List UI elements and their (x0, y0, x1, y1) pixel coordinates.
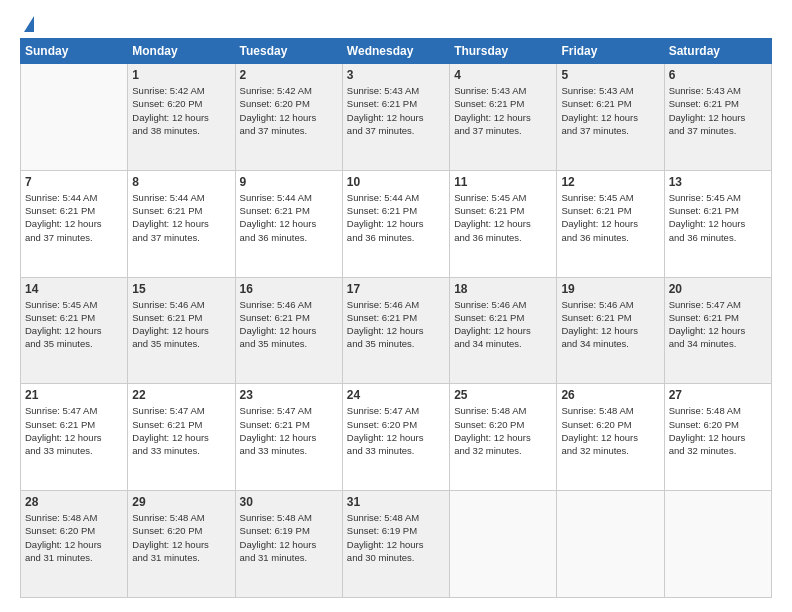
day-info: Sunrise: 5:46 AM Sunset: 6:21 PM Dayligh… (240, 298, 338, 351)
day-info: Sunrise: 5:46 AM Sunset: 6:21 PM Dayligh… (347, 298, 445, 351)
day-cell: 14Sunrise: 5:45 AM Sunset: 6:21 PM Dayli… (21, 277, 128, 384)
day-number: 15 (132, 282, 230, 296)
day-number: 7 (25, 175, 123, 189)
day-number: 2 (240, 68, 338, 82)
day-info: Sunrise: 5:45 AM Sunset: 6:21 PM Dayligh… (454, 191, 552, 244)
day-cell (450, 491, 557, 598)
day-cell: 13Sunrise: 5:45 AM Sunset: 6:21 PM Dayli… (664, 170, 771, 277)
day-cell: 26Sunrise: 5:48 AM Sunset: 6:20 PM Dayli… (557, 384, 664, 491)
calendar: SundayMondayTuesdayWednesdayThursdayFrid… (20, 38, 772, 598)
day-cell: 10Sunrise: 5:44 AM Sunset: 6:21 PM Dayli… (342, 170, 449, 277)
day-info: Sunrise: 5:47 AM Sunset: 6:21 PM Dayligh… (132, 404, 230, 457)
day-cell: 21Sunrise: 5:47 AM Sunset: 6:21 PM Dayli… (21, 384, 128, 491)
day-cell: 25Sunrise: 5:48 AM Sunset: 6:20 PM Dayli… (450, 384, 557, 491)
day-number: 19 (561, 282, 659, 296)
day-number: 24 (347, 388, 445, 402)
day-number: 26 (561, 388, 659, 402)
day-number: 21 (25, 388, 123, 402)
day-info: Sunrise: 5:42 AM Sunset: 6:20 PM Dayligh… (132, 84, 230, 137)
logo (20, 18, 34, 28)
day-number: 20 (669, 282, 767, 296)
week-row-5: 28Sunrise: 5:48 AM Sunset: 6:20 PM Dayli… (21, 491, 772, 598)
day-info: Sunrise: 5:44 AM Sunset: 6:21 PM Dayligh… (347, 191, 445, 244)
day-cell: 30Sunrise: 5:48 AM Sunset: 6:19 PM Dayli… (235, 491, 342, 598)
day-number: 31 (347, 495, 445, 509)
day-info: Sunrise: 5:48 AM Sunset: 6:20 PM Dayligh… (669, 404, 767, 457)
col-header-thursday: Thursday (450, 39, 557, 64)
day-cell: 5Sunrise: 5:43 AM Sunset: 6:21 PM Daylig… (557, 64, 664, 171)
day-number: 22 (132, 388, 230, 402)
day-info: Sunrise: 5:47 AM Sunset: 6:21 PM Dayligh… (25, 404, 123, 457)
day-number: 18 (454, 282, 552, 296)
day-cell: 17Sunrise: 5:46 AM Sunset: 6:21 PM Dayli… (342, 277, 449, 384)
day-info: Sunrise: 5:48 AM Sunset: 6:20 PM Dayligh… (25, 511, 123, 564)
day-cell: 7Sunrise: 5:44 AM Sunset: 6:21 PM Daylig… (21, 170, 128, 277)
day-cell: 24Sunrise: 5:47 AM Sunset: 6:20 PM Dayli… (342, 384, 449, 491)
day-number: 11 (454, 175, 552, 189)
day-info: Sunrise: 5:48 AM Sunset: 6:20 PM Dayligh… (132, 511, 230, 564)
day-info: Sunrise: 5:46 AM Sunset: 6:21 PM Dayligh… (561, 298, 659, 351)
day-info: Sunrise: 5:43 AM Sunset: 6:21 PM Dayligh… (347, 84, 445, 137)
day-info: Sunrise: 5:48 AM Sunset: 6:20 PM Dayligh… (454, 404, 552, 457)
header (20, 18, 772, 28)
day-cell (557, 491, 664, 598)
day-number: 3 (347, 68, 445, 82)
col-header-monday: Monday (128, 39, 235, 64)
col-header-wednesday: Wednesday (342, 39, 449, 64)
day-number: 25 (454, 388, 552, 402)
logo-triangle-icon (24, 16, 34, 32)
day-cell: 1Sunrise: 5:42 AM Sunset: 6:20 PM Daylig… (128, 64, 235, 171)
day-number: 29 (132, 495, 230, 509)
day-cell: 12Sunrise: 5:45 AM Sunset: 6:21 PM Dayli… (557, 170, 664, 277)
day-info: Sunrise: 5:44 AM Sunset: 6:21 PM Dayligh… (25, 191, 123, 244)
week-row-2: 7Sunrise: 5:44 AM Sunset: 6:21 PM Daylig… (21, 170, 772, 277)
day-cell: 16Sunrise: 5:46 AM Sunset: 6:21 PM Dayli… (235, 277, 342, 384)
day-number: 23 (240, 388, 338, 402)
page: SundayMondayTuesdayWednesdayThursdayFrid… (0, 0, 792, 612)
day-cell: 18Sunrise: 5:46 AM Sunset: 6:21 PM Dayli… (450, 277, 557, 384)
day-cell: 6Sunrise: 5:43 AM Sunset: 6:21 PM Daylig… (664, 64, 771, 171)
week-row-3: 14Sunrise: 5:45 AM Sunset: 6:21 PM Dayli… (21, 277, 772, 384)
day-number: 27 (669, 388, 767, 402)
day-number: 5 (561, 68, 659, 82)
day-info: Sunrise: 5:48 AM Sunset: 6:19 PM Dayligh… (347, 511, 445, 564)
day-cell: 29Sunrise: 5:48 AM Sunset: 6:20 PM Dayli… (128, 491, 235, 598)
day-info: Sunrise: 5:44 AM Sunset: 6:21 PM Dayligh… (240, 191, 338, 244)
day-number: 12 (561, 175, 659, 189)
day-number: 28 (25, 495, 123, 509)
day-cell: 28Sunrise: 5:48 AM Sunset: 6:20 PM Dayli… (21, 491, 128, 598)
day-info: Sunrise: 5:44 AM Sunset: 6:21 PM Dayligh… (132, 191, 230, 244)
day-number: 4 (454, 68, 552, 82)
day-info: Sunrise: 5:43 AM Sunset: 6:21 PM Dayligh… (454, 84, 552, 137)
day-info: Sunrise: 5:42 AM Sunset: 6:20 PM Dayligh… (240, 84, 338, 137)
day-cell: 27Sunrise: 5:48 AM Sunset: 6:20 PM Dayli… (664, 384, 771, 491)
day-info: Sunrise: 5:45 AM Sunset: 6:21 PM Dayligh… (561, 191, 659, 244)
col-header-tuesday: Tuesday (235, 39, 342, 64)
day-cell: 15Sunrise: 5:46 AM Sunset: 6:21 PM Dayli… (128, 277, 235, 384)
week-row-1: 1Sunrise: 5:42 AM Sunset: 6:20 PM Daylig… (21, 64, 772, 171)
day-info: Sunrise: 5:48 AM Sunset: 6:19 PM Dayligh… (240, 511, 338, 564)
col-header-sunday: Sunday (21, 39, 128, 64)
day-number: 8 (132, 175, 230, 189)
day-cell: 31Sunrise: 5:48 AM Sunset: 6:19 PM Dayli… (342, 491, 449, 598)
day-cell (664, 491, 771, 598)
day-info: Sunrise: 5:47 AM Sunset: 6:21 PM Dayligh… (240, 404, 338, 457)
day-number: 30 (240, 495, 338, 509)
day-number: 13 (669, 175, 767, 189)
day-number: 1 (132, 68, 230, 82)
day-number: 9 (240, 175, 338, 189)
day-info: Sunrise: 5:47 AM Sunset: 6:21 PM Dayligh… (669, 298, 767, 351)
day-cell: 2Sunrise: 5:42 AM Sunset: 6:20 PM Daylig… (235, 64, 342, 171)
day-number: 6 (669, 68, 767, 82)
day-info: Sunrise: 5:43 AM Sunset: 6:21 PM Dayligh… (561, 84, 659, 137)
day-info: Sunrise: 5:48 AM Sunset: 6:20 PM Dayligh… (561, 404, 659, 457)
day-number: 17 (347, 282, 445, 296)
day-cell: 4Sunrise: 5:43 AM Sunset: 6:21 PM Daylig… (450, 64, 557, 171)
week-row-4: 21Sunrise: 5:47 AM Sunset: 6:21 PM Dayli… (21, 384, 772, 491)
day-cell: 23Sunrise: 5:47 AM Sunset: 6:21 PM Dayli… (235, 384, 342, 491)
day-cell: 9Sunrise: 5:44 AM Sunset: 6:21 PM Daylig… (235, 170, 342, 277)
day-info: Sunrise: 5:43 AM Sunset: 6:21 PM Dayligh… (669, 84, 767, 137)
day-cell: 22Sunrise: 5:47 AM Sunset: 6:21 PM Dayli… (128, 384, 235, 491)
day-cell: 20Sunrise: 5:47 AM Sunset: 6:21 PM Dayli… (664, 277, 771, 384)
day-info: Sunrise: 5:47 AM Sunset: 6:20 PM Dayligh… (347, 404, 445, 457)
